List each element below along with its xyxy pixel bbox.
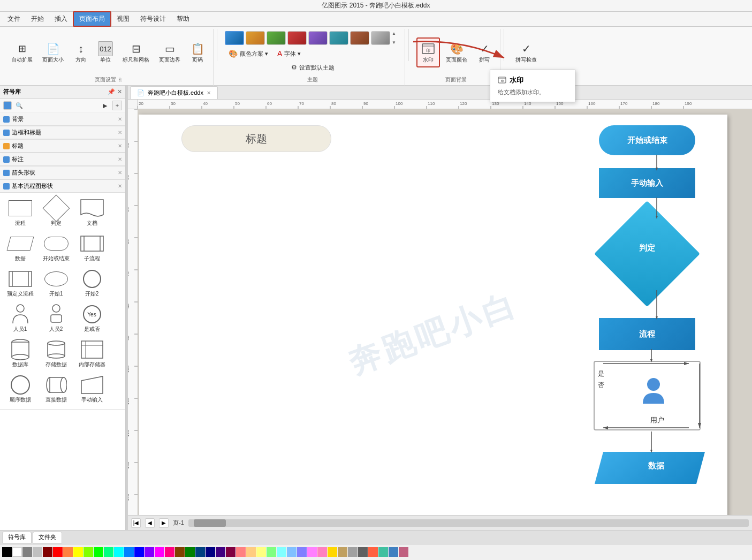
color-swatch-lime[interactable] (83, 547, 93, 557)
btn-set-default-theme[interactable]: ⚙ 设置默认主题 (225, 61, 400, 74)
canvas-tab-main[interactable]: 📄 奔跑吧小白模板.eddx ✕ (130, 86, 218, 99)
category-title-header[interactable]: 标题 ✕ (0, 140, 125, 153)
symbol-process[interactable]: 流程 (3, 196, 37, 229)
category-background-header[interactable]: 背景 ✕ (0, 113, 125, 126)
color-swatch-rose[interactable] (165, 547, 174, 557)
category-background-close[interactable]: ✕ (118, 116, 122, 122)
btn-spellcheck[interactable]: ✓ 拼写检查 (512, 37, 541, 67)
color-swatch-dark-green[interactable] (185, 547, 195, 557)
tab-close-btn[interactable]: ✕ (207, 90, 211, 96)
menu-view[interactable]: 视图 (111, 12, 135, 26)
theme-shape-5[interactable] (308, 31, 328, 45)
category-annotation-close[interactable]: ✕ (118, 156, 122, 162)
menu-home[interactable]: 开始 (26, 12, 49, 26)
color-swatch-light-yellow[interactable] (256, 547, 266, 557)
scroll-thumb-h[interactable] (194, 519, 226, 527)
color-swatch-tan[interactable] (338, 547, 347, 557)
color-swatch-light-blue[interactable] (287, 547, 297, 557)
color-swatch-magenta[interactable] (155, 547, 164, 557)
btn-font[interactable]: A 字体 ▾ (274, 47, 305, 60)
theme-shape-1[interactable] (225, 31, 244, 45)
category-flowchart-header[interactable]: 基本流程图形状 ✕ (0, 180, 125, 193)
symbol-store-cyl[interactable]: 存储数据 (39, 337, 73, 370)
color-swatch-red[interactable] (53, 547, 63, 557)
symbol-decision[interactable]: 判定 (39, 196, 73, 229)
color-swatch-navy[interactable] (195, 547, 205, 557)
color-swatch-violet[interactable] (145, 547, 154, 557)
color-swatch-dodger[interactable] (124, 547, 134, 557)
symbol-database[interactable]: 数据库 (3, 337, 37, 370)
color-swatch-cyan[interactable] (114, 547, 124, 557)
btn-page-color[interactable]: 🎨 页面颜色 (442, 37, 471, 67)
btn-watermark[interactable]: 印 水印 (416, 37, 440, 67)
symbol-internal-storage[interactable]: 内部存储器 (75, 337, 109, 370)
btn-page-border[interactable]: ▭ 页面边界 (155, 37, 184, 67)
color-swatch-medium-gray[interactable] (348, 547, 358, 557)
color-swatch-green[interactable] (94, 547, 103, 557)
color-swatch-pink[interactable] (317, 547, 327, 557)
bottom-tab-symbol[interactable]: 符号库 (2, 532, 32, 543)
symbol-seq-data[interactable]: 顺序数据 (3, 373, 37, 406)
fc-start-end[interactable]: 开始或结束 (599, 125, 695, 155)
theme-shape-2[interactable] (246, 31, 265, 45)
color-swatch-gold[interactable] (328, 547, 337, 557)
color-swatch-brown[interactable] (175, 547, 185, 557)
category-flowchart-close[interactable]: ✕ (118, 183, 122, 189)
symbol-predefined[interactable]: 预定义流程 (3, 267, 37, 300)
page-nav-prev[interactable]: ◀ (145, 518, 155, 528)
symbol-person2[interactable]: 人员2 (39, 302, 73, 335)
color-swatch-mauve[interactable] (399, 547, 408, 557)
symbol-direct-data[interactable]: 直接数据 (39, 373, 73, 406)
btn-auto-expand[interactable]: ⊞ 自动扩展 (7, 37, 36, 67)
menu-file[interactable]: 文件 (2, 12, 26, 26)
color-swatch-gray[interactable] (22, 547, 32, 557)
btn-unit[interactable]: 012 单位 (94, 37, 117, 67)
symbol-person1[interactable]: 人员1 (3, 302, 37, 335)
color-swatch-teal[interactable] (378, 547, 388, 557)
theme-shape-6[interactable] (329, 31, 348, 45)
theme-shape-7[interactable] (350, 31, 369, 45)
page-title-shape[interactable]: 标题 (181, 125, 331, 152)
fc-process[interactable]: 流程 (599, 318, 695, 350)
color-swatch-silver[interactable] (33, 547, 42, 557)
color-swatch-steel-blue[interactable] (389, 547, 398, 557)
color-swatch-yellow[interactable] (73, 547, 83, 557)
symbol-start-end[interactable]: 开始或结束 (39, 231, 73, 264)
color-swatch-orange[interactable] (63, 547, 73, 557)
symbol-yesno[interactable]: Yes 是或否 (75, 302, 109, 335)
symbol-data[interactable]: 数据 (3, 231, 37, 264)
fc-decision-shape[interactable] (594, 201, 700, 307)
btn-ruler-grid[interactable]: ⊟ 标尺和网格 (119, 37, 153, 67)
menu-help[interactable]: 帮助 (171, 12, 195, 26)
menu-symbol-design[interactable]: 符号设计 (135, 12, 171, 26)
category-annotation-header[interactable]: 标注 ✕ (0, 153, 125, 166)
sidebar-add-btn[interactable]: + (112, 101, 122, 110)
symbol-manual-input[interactable]: 手动输入 (75, 373, 109, 406)
color-swatch-light-green[interactable] (267, 547, 276, 557)
color-swatch-dark-gray[interactable] (358, 547, 368, 557)
theme-scroll-btns[interactable]: ▲ ▼ (392, 31, 400, 45)
color-swatch-periwinkle[interactable] (297, 547, 307, 557)
btn-color-scheme[interactable]: 🎨 颜色方案 ▾ (225, 47, 272, 60)
sidebar-search-btn[interactable]: 🔍 (14, 100, 25, 111)
symbol-start1[interactable]: 开始1 (39, 267, 73, 300)
bottom-tab-folder[interactable]: 文件夹 (33, 532, 62, 543)
btn-spelling[interactable]: ✓ 拼写 (473, 37, 496, 67)
color-swatch-light-red[interactable] (236, 547, 246, 557)
btn-page-size[interactable]: 📄 页面大小 (39, 37, 67, 67)
color-swatch-orchid[interactable] (307, 547, 317, 557)
symbol-start2[interactable]: 开始2 (75, 267, 109, 300)
scroll-h[interactable] (188, 519, 749, 527)
btn-page-num[interactable]: 📋 页码 (186, 37, 209, 67)
category-arrows-header[interactable]: 箭头形状 ✕ (0, 167, 125, 179)
theme-shape-4[interactable] (287, 31, 307, 45)
color-swatch-light-cyan[interactable] (277, 547, 286, 557)
theme-shape-8[interactable] (371, 31, 390, 45)
sidebar-close-btn[interactable]: ✕ (117, 88, 122, 95)
sidebar-pin-btn[interactable]: 📌 (108, 88, 115, 95)
category-border-close[interactable]: ✕ (118, 130, 122, 135)
color-swatch-dark-blue[interactable] (206, 547, 215, 557)
color-swatch-blue[interactable] (134, 547, 144, 557)
color-swatch-white[interactable] (12, 547, 22, 557)
menu-page-layout[interactable]: 页面布局 (73, 11, 111, 27)
